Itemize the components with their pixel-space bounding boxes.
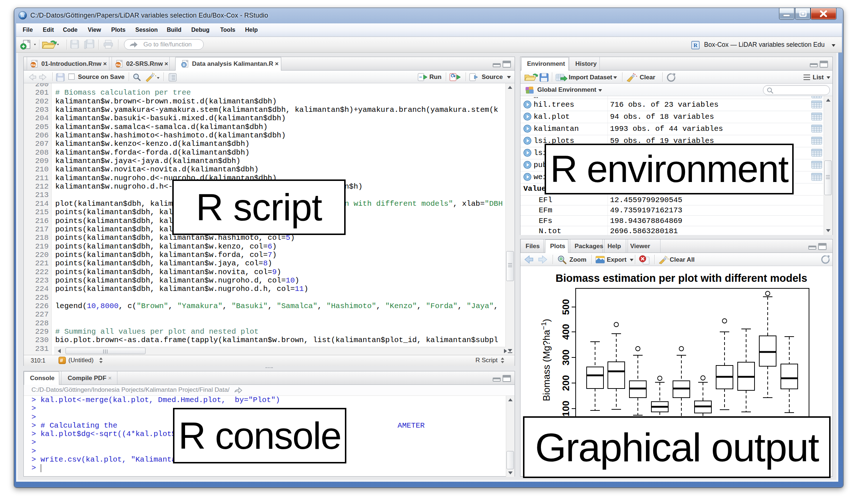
svg-text:Rw: Rw — [116, 63, 121, 67]
svg-text:100: 100 — [560, 401, 571, 416]
svg-text:300: 300 — [560, 349, 571, 365]
svg-text:400: 400 — [560, 324, 571, 340]
svg-text:R: R — [21, 13, 25, 18]
svg-text:500: 500 — [560, 299, 571, 315]
svg-text:Rw: Rw — [31, 63, 36, 67]
svg-text:R: R — [693, 42, 698, 48]
svg-text:Biomass (Mg?ha−1): Biomass (Mg?ha−1) — [540, 319, 552, 401]
svg-text:R: R — [183, 63, 185, 67]
svg-text:200: 200 — [560, 375, 571, 391]
svg-text:Biomass estimation per plot wi: Biomass estimation per plot with differe… — [556, 272, 807, 284]
